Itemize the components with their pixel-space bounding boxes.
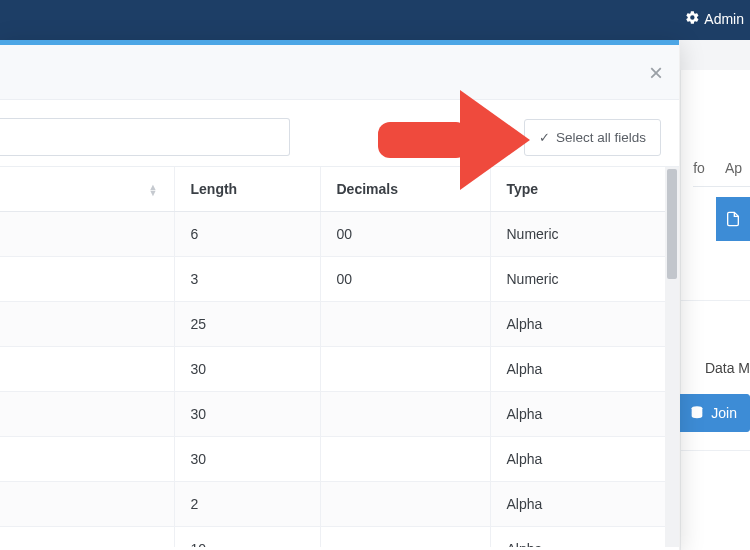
table-body: 600Numeric300Numeric25Alpha30Alpha30Alph… <box>0 212 679 548</box>
cell-decimals <box>320 347 490 392</box>
cell-hidden <box>0 482 174 527</box>
background-divider-1 <box>680 300 750 301</box>
cell-hidden <box>0 437 174 482</box>
cell-type: Alpha <box>490 392 679 437</box>
table-row[interactable]: 25Alpha <box>0 302 679 347</box>
cell-type: Alpha <box>490 302 679 347</box>
background-datam-label: Data M <box>705 360 750 376</box>
gear-icon <box>685 10 700 28</box>
cell-hidden <box>0 212 174 257</box>
background-tabs: fo Ap <box>693 160 750 187</box>
select-all-label: Select all fields <box>556 130 646 145</box>
admin-label: Admin <box>704 11 744 27</box>
cell-length: 30 <box>174 347 320 392</box>
admin-link[interactable]: Admin <box>679 0 750 38</box>
table-row[interactable]: 30Alpha <box>0 392 679 437</box>
col-header-length[interactable]: Length <box>174 167 320 212</box>
table-header-row: ▲▼ Length Decimals Type <box>0 167 679 212</box>
cell-hidden <box>0 302 174 347</box>
select-all-fields-button[interactable]: ✓ Select all fields <box>524 119 661 156</box>
cell-decimals <box>320 437 490 482</box>
cell-decimals <box>320 302 490 347</box>
table-row[interactable]: 2Alpha <box>0 482 679 527</box>
background-divider-2 <box>680 450 750 451</box>
database-icon <box>689 405 705 421</box>
col-header-decimals[interactable]: Decimals <box>320 167 490 212</box>
join-button[interactable]: Join <box>676 394 750 432</box>
cell-length: 30 <box>174 392 320 437</box>
document-icon <box>725 210 741 228</box>
table-row[interactable]: 600Numeric <box>0 212 679 257</box>
cell-length: 25 <box>174 302 320 347</box>
cell-type: Alpha <box>490 347 679 392</box>
cell-decimals: 00 <box>320 257 490 302</box>
background-panel <box>680 70 750 550</box>
cell-type: Alpha <box>490 527 679 548</box>
modal-toolbar: ✓ Select all fields <box>0 100 679 167</box>
col-header-type[interactable]: Type <box>490 167 679 212</box>
cell-length: 6 <box>174 212 320 257</box>
table-row[interactable]: 30Alpha <box>0 437 679 482</box>
table-row[interactable]: 30Alpha <box>0 347 679 392</box>
cell-decimals <box>320 527 490 548</box>
vertical-scrollbar[interactable] <box>665 167 679 547</box>
cell-type: Alpha <box>490 482 679 527</box>
cell-length: 10 <box>174 527 320 548</box>
sort-icon[interactable]: ▲▼ <box>149 184 158 196</box>
table-row[interactable]: 300Numeric <box>0 257 679 302</box>
cell-hidden <box>0 257 174 302</box>
cell-hidden <box>0 527 174 548</box>
cell-type: Numeric <box>490 257 679 302</box>
table-container: ▲▼ Length Decimals Type 600Numeric300Num… <box>0 167 679 547</box>
cell-decimals <box>320 392 490 437</box>
cell-hidden <box>0 392 174 437</box>
cell-length: 30 <box>174 437 320 482</box>
modal-header: × <box>0 45 679 100</box>
cell-type: Numeric <box>490 212 679 257</box>
background-action-button[interactable] <box>716 197 750 241</box>
tab-info-partial[interactable]: fo <box>693 160 705 176</box>
join-label: Join <box>711 405 737 421</box>
cell-decimals: 00 <box>320 212 490 257</box>
scrollbar-thumb[interactable] <box>667 169 677 279</box>
search-input[interactable] <box>0 118 290 156</box>
tab-ap-partial[interactable]: Ap <box>725 160 742 176</box>
col-header-hidden[interactable]: ▲▼ <box>0 167 174 212</box>
cell-length: 3 <box>174 257 320 302</box>
cell-type: Alpha <box>490 437 679 482</box>
cell-decimals <box>320 482 490 527</box>
close-icon[interactable]: × <box>649 61 663 85</box>
topbar: Admin <box>0 0 750 40</box>
table-row[interactable]: 10Alpha <box>0 527 679 548</box>
cell-length: 2 <box>174 482 320 527</box>
fields-table: ▲▼ Length Decimals Type 600Numeric300Num… <box>0 167 679 547</box>
check-icon: ✓ <box>539 130 550 145</box>
cell-hidden <box>0 347 174 392</box>
modal: × ✓ Select all fields <box>0 40 680 550</box>
